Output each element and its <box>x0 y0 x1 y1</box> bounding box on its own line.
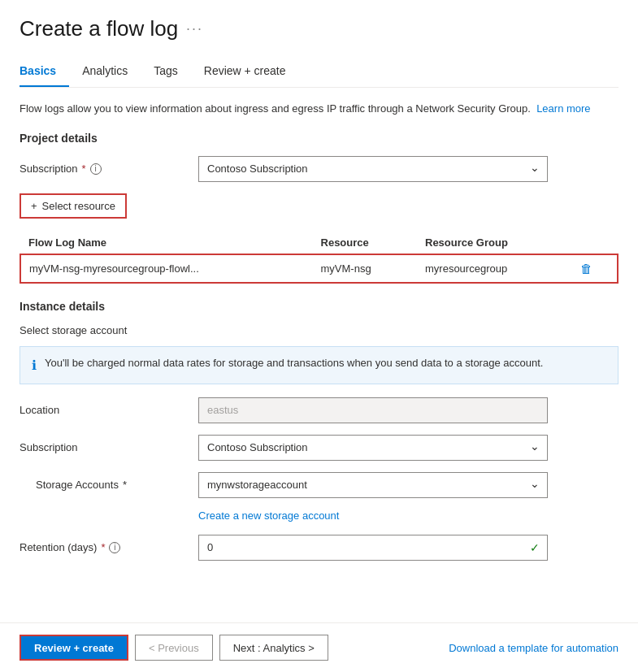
col-flow-log-name: Flow Log Name <box>20 232 313 254</box>
location-control <box>198 397 548 423</box>
retention-required: * <box>101 541 105 553</box>
flow-log-name-cell: myVM-nsg-myresourcegroup-flowl... <box>20 254 313 283</box>
storage-accounts-select-wrapper: mynwstorageaccount <box>198 472 548 498</box>
select-resource-label: Select resource <box>42 200 115 212</box>
create-storage-link[interactable]: Create a new storage account <box>198 509 339 522</box>
subscription-label: Subscription * i <box>20 163 198 175</box>
resource-table: Flow Log Name Resource Resource Group my… <box>20 232 618 284</box>
subscription-required: * <box>82 163 86 175</box>
previous-button[interactable]: < Previous <box>135 635 213 661</box>
download-template-link[interactable]: Download a template for automation <box>449 642 618 654</box>
col-resource-group: Resource Group <box>417 232 572 254</box>
table-row: myVM-nsg-myresourcegroup-flowl... myVM-n… <box>20 254 618 283</box>
instance-subscription-control: Contoso Subscription <box>198 435 548 461</box>
instance-details-header: Instance details <box>20 300 618 313</box>
instance-subscription-label: Subscription <box>20 441 198 453</box>
tab-basics[interactable]: Basics <box>20 58 69 87</box>
select-storage-label: Select storage account <box>20 324 618 336</box>
subscription-info-icon[interactable]: i <box>90 163 102 175</box>
storage-accounts-required: * <box>123 479 127 491</box>
next-analytics-button[interactable]: Next : Analytics > <box>219 635 328 661</box>
tab-review-create[interactable]: Review + create <box>204 58 299 87</box>
subscription-control: Contoso Subscription <box>198 156 548 182</box>
instance-subscription-select-wrapper: Contoso Subscription <box>198 435 548 461</box>
instance-subscription-row: Subscription Contoso Subscription <box>20 435 618 461</box>
info-text: Flow logs allow you to view information … <box>20 101 618 117</box>
subscription-select-wrapper: Contoso Subscription <box>198 156 548 182</box>
info-banner-icon: ℹ <box>32 356 37 375</box>
storage-accounts-row: Storage Accounts * mynwstorageaccount <box>20 472 618 498</box>
plus-icon: + <box>31 200 37 212</box>
page-title: Create a flow log <box>20 16 178 41</box>
info-banner-text: You'll be charged normal data rates for … <box>45 355 543 371</box>
subscription-row: Subscription * i Contoso Subscription <box>20 156 618 182</box>
retention-label: Retention (days) * i <box>20 541 198 553</box>
subscription-select[interactable]: Contoso Subscription <box>198 156 548 182</box>
retention-info-icon[interactable]: i <box>109 542 120 553</box>
retention-wrapper <box>198 535 548 561</box>
retention-input[interactable] <box>198 535 548 561</box>
location-label: Location <box>20 404 198 416</box>
tab-analytics[interactable]: Analytics <box>82 58 141 87</box>
create-storage-row: Create a new storage account <box>198 509 618 522</box>
project-details-header: Project details <box>20 132 618 145</box>
storage-label-area: Storage Accounts * <box>36 479 198 491</box>
location-row: Location <box>20 397 618 423</box>
resource-cell: myVM-nsg <box>313 254 417 283</box>
learn-more-link[interactable]: Learn more <box>536 102 590 115</box>
resource-group-cell: myresourcegroup <box>417 254 572 283</box>
select-resource-button[interactable]: + Select resource <box>20 193 127 219</box>
tabs-container: Basics Analytics Tags Review + create <box>20 58 618 88</box>
info-banner: ℹ You'll be charged normal data rates fo… <box>20 346 618 384</box>
instance-subscription-select[interactable]: Contoso Subscription <box>198 435 548 461</box>
storage-accounts-select[interactable]: mynwstorageaccount <box>198 472 548 498</box>
title-ellipsis: ··· <box>186 20 203 37</box>
footer: Review + create < Previous Next : Analyt… <box>0 622 638 672</box>
col-resource: Resource <box>313 232 417 254</box>
retention-row: Retention (days) * i <box>20 535 618 561</box>
delete-icon[interactable]: 🗑 <box>580 262 592 275</box>
delete-cell: 🗑 <box>572 254 618 283</box>
review-create-button[interactable]: Review + create <box>20 635 128 661</box>
tab-tags[interactable]: Tags <box>154 58 191 87</box>
instance-details-section: Instance details Select storage account … <box>20 300 618 561</box>
storage-accounts-label: Storage Accounts <box>36 479 119 491</box>
location-input <box>198 397 548 423</box>
